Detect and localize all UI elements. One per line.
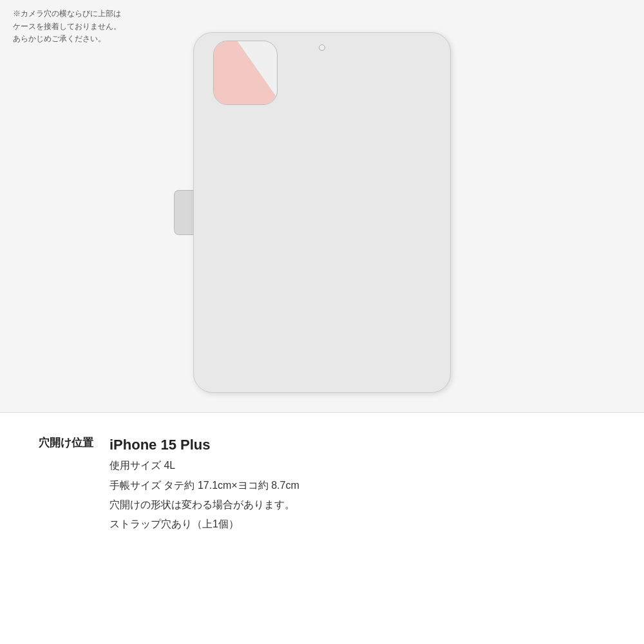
info-detail-2: 穴開けの形状は変わる場合があります。 bbox=[109, 495, 605, 515]
camera-note: ※カメラ穴の横ならびに上部は ケースを接着しておりません。 あらかじめご承くださ… bbox=[13, 8, 121, 46]
note-line-2: ケースを接着しておりません。 bbox=[13, 23, 121, 30]
info-detail-3: ストラップ穴あり（上1個） bbox=[109, 515, 605, 534]
info-row-model: 穴開け位置 iPhone 15 Plus 使用サイズ 4L 手帳サイズ タテ約 … bbox=[39, 433, 605, 535]
note-line-1: ※カメラ穴の横ならびに上部は bbox=[13, 10, 121, 17]
case-body bbox=[193, 32, 451, 393]
info-content: iPhone 15 Plus 使用サイズ 4L 手帳サイズ タテ約 17.1cm… bbox=[109, 433, 605, 535]
camera-cutout bbox=[213, 41, 278, 105]
info-section: 穴開け位置 iPhone 15 Plus 使用サイズ 4L 手帳サイズ タテ約 … bbox=[0, 413, 644, 644]
model-name: iPhone 15 Plus bbox=[109, 433, 605, 456]
case-image-area: ※カメラ穴の横ならびに上部は ケースを接着しておりません。 あらかじめご承くださ… bbox=[0, 0, 644, 412]
info-detail-0: 使用サイズ 4L bbox=[109, 456, 605, 475]
info-detail-1: 手帳サイズ タテ約 17.1cm×ヨコ約 8.7cm bbox=[109, 476, 605, 495]
info-label: 穴開け位置 bbox=[39, 433, 109, 453]
page-container: ※カメラ穴の横ならびに上部は ケースを接着しておりません。 あらかじめご承くださ… bbox=[0, 0, 644, 644]
strap-hole bbox=[319, 44, 325, 51]
phone-case-wrapper bbox=[174, 32, 470, 393]
note-line-3: あらかじめご承ください。 bbox=[13, 35, 106, 43]
